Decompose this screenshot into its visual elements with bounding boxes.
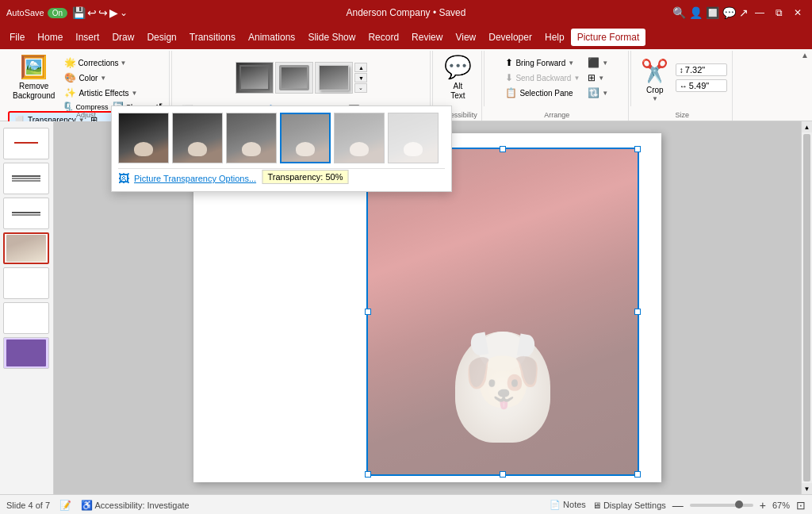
presentation-mode-icon[interactable]: ▶ — [109, 6, 118, 19]
artistic-effects-button[interactable]: ✨ Artistic Effects ▼ — [61, 86, 164, 100]
menu-file[interactable]: File — [3, 29, 31, 46]
notes-button[interactable]: 📄 Notes — [550, 500, 586, 510]
redo-icon[interactable]: ↪ — [98, 6, 108, 19]
selection-pane-label: Selection Pane — [519, 89, 573, 98]
align-dropdown-arrow: ▼ — [602, 59, 608, 67]
style-preview-2[interactable] — [275, 62, 313, 94]
width-input[interactable]: ↔ 5.49" — [676, 79, 727, 92]
autosave-toggle[interactable]: On — [48, 8, 67, 18]
alt-text-button[interactable]: 💬 AltText — [440, 54, 476, 102]
puppy-image[interactable] — [368, 149, 638, 474]
group-icon: ⊞ — [588, 72, 596, 83]
display-settings-button[interactable]: 🖥 Display Settings — [592, 501, 666, 510]
send-backward-icon: ⬇ — [505, 72, 513, 83]
title-bar-right: 🔍 👤 🔲 💬 ↗ — ⧉ ✕ — [672, 5, 806, 21]
trans-option-inner-80 — [389, 113, 438, 163]
zoom-in-button[interactable]: + — [760, 499, 766, 512]
menu-picture-format[interactable]: Picture Format — [571, 29, 646, 46]
corrections-icon: 🌟 — [64, 57, 76, 68]
menu-home[interactable]: Home — [31, 29, 69, 46]
scroll-thumb[interactable] — [803, 134, 810, 481]
transparency-option-15[interactable] — [172, 113, 223, 163]
crop-button[interactable]: ✂️ Crop ▼ — [638, 57, 672, 105]
slide-notes-icon: 📝 — [59, 500, 71, 511]
style-preview-1[interactable] — [236, 62, 274, 94]
zoom-slider[interactable] — [690, 504, 753, 507]
corrections-button[interactable]: 🌟 Corrections ▼ — [61, 56, 164, 70]
slide-thumb-7[interactable]: 7 — [3, 337, 49, 369]
menu-transitions[interactable]: Transitions — [183, 29, 242, 46]
slide-thumb-6[interactable]: 6 — [3, 302, 49, 334]
win-close[interactable]: ✕ — [790, 5, 806, 21]
bring-forward-button[interactable]: ⬆ Bring Forward ▼ — [502, 56, 583, 70]
transparency-option-65[interactable] — [334, 113, 385, 163]
slide-thumb-2[interactable]: 2 — [3, 163, 49, 194]
height-value: 7.32" — [685, 65, 705, 75]
title-bar: AutoSave On 💾 ↩ ↪ ▶ ⌄ Anderson Company •… — [0, 0, 812, 25]
accessibility-label: Accessibility: Investigate — [95, 501, 190, 510]
height-input[interactable]: ↕ 7.32" — [676, 63, 727, 76]
alt-text-label: AltText — [450, 82, 465, 101]
picture-transparency-options-link[interactable]: 🖼 Picture Transparency Options... — [118, 168, 445, 185]
vertical-scrollbar[interactable]: ▲ ▼ — [801, 121, 812, 494]
group-button[interactable]: ⊞ ▼ — [584, 71, 611, 85]
menu-help[interactable]: Help — [538, 29, 571, 46]
menu-draw[interactable]: Draw — [105, 29, 140, 46]
arrange-group-label: Arrange — [544, 111, 569, 119]
ribbon-collapse-button[interactable]: ▲ — [801, 51, 809, 59]
group-dropdown-arrow: ▼ — [598, 75, 604, 82]
menu-animations[interactable]: Animations — [242, 29, 301, 46]
trans-option-inner-0 — [119, 113, 168, 163]
selection-pane-button[interactable]: 📋 Selection Pane — [502, 86, 583, 100]
ribbon-group-arrange: ⬆ Bring Forward ▼ ⬇ Send Backward ▼ 📋 Se… — [486, 51, 629, 121]
status-bar: Slide 4 of 7 📝 ♿ Accessibility: Investig… — [0, 494, 812, 514]
alt-text-icon: 💬 — [445, 55, 470, 80]
rotate-button[interactable]: 🔃 ▼ — [584, 86, 611, 100]
search-icon[interactable]: 🔍 — [672, 6, 686, 19]
win-restore[interactable]: ⧉ — [771, 5, 787, 21]
styles-scroll-up-button[interactable]: ▲ — [354, 63, 367, 72]
separator-1 — [171, 51, 172, 106]
customize-icon[interactable]: ⌄ — [120, 7, 128, 18]
ribbon-group-size: ✂️ Crop ▼ ↕ 7.32" ↔ 5.49" Size — [633, 51, 733, 121]
menu-view[interactable]: View — [449, 29, 482, 46]
remove-background-button[interactable]: 🖼️ RemoveBackground — [8, 54, 59, 102]
transparency-option-0[interactable] — [118, 113, 169, 163]
share-icon[interactable]: ↗ — [739, 6, 749, 19]
transparency-option-50[interactable]: Transparency: 50% — [280, 113, 331, 163]
win-minimize[interactable]: — — [752, 5, 768, 21]
zoom-out-button[interactable]: — — [672, 499, 684, 512]
align-button[interactable]: ⬛ ▼ — [584, 56, 611, 70]
color-button[interactable]: 🎨 Color ▼ — [61, 71, 164, 85]
menu-record[interactable]: Record — [362, 29, 405, 46]
menu-design[interactable]: Design — [140, 29, 182, 46]
send-backward-button[interactable]: ⬇ Send Backward ▼ — [502, 71, 583, 85]
menu-insert[interactable]: Insert — [69, 29, 105, 46]
account-icon[interactable]: 👤 — [689, 6, 703, 19]
comments-icon[interactable]: 💬 — [722, 6, 736, 19]
slide-thumb-4[interactable]: 4 — [3, 232, 49, 264]
styles-scroll-down-button[interactable]: ▼ — [354, 73, 367, 82]
slide-thumb-1[interactable]: 1 — [3, 128, 49, 159]
slide-thumb-3[interactable]: 3 — [3, 198, 49, 229]
menu-developer[interactable]: Developer — [482, 29, 538, 46]
fit-slide-button[interactable]: ⊡ — [796, 499, 806, 512]
save-icon[interactable]: 💾 — [72, 6, 86, 19]
sb-dropdown-arrow: ▼ — [573, 75, 580, 82]
selection-pane-icon: 📋 — [505, 87, 517, 98]
undo-icon[interactable]: ↩ — [87, 6, 97, 19]
ribbon-display-icon[interactable]: 🔲 — [706, 6, 719, 19]
transparency-option-30[interactable] — [226, 113, 277, 163]
scroll-up-button[interactable]: ▲ — [802, 121, 812, 132]
accessibility-status[interactable]: ♿ Accessibility: Investigate — [81, 500, 190, 511]
style-preview-3[interactable] — [315, 62, 353, 94]
menu-bar: File Home Insert Draw Design Transitions… — [0, 25, 812, 49]
styles-expand-button[interactable]: ⌄ — [354, 83, 367, 93]
scroll-down-button[interactable]: ▼ — [802, 483, 812, 494]
transparency-option-80[interactable] — [388, 113, 439, 163]
menu-review[interactable]: Review — [405, 29, 449, 46]
corrections-dropdown-arrow: ▼ — [121, 59, 127, 67]
menu-slideshow[interactable]: Slide Show — [301, 29, 362, 46]
display-settings-icon: 🖥 — [592, 501, 601, 510]
slide-thumb-5[interactable]: 5 — [3, 267, 49, 299]
